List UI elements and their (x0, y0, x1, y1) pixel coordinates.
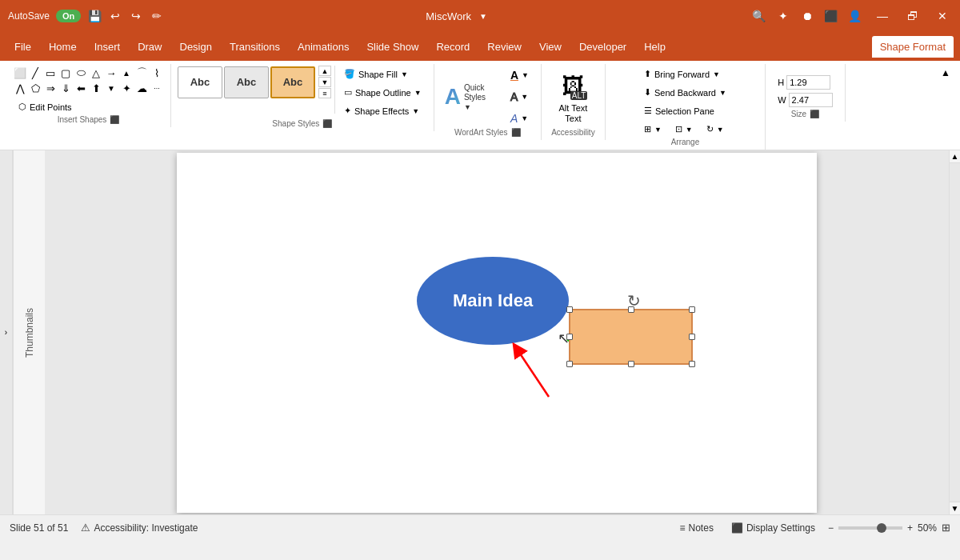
handle-bm[interactable] (628, 361, 634, 367)
quick-styles-arrow[interactable]: ▼ (464, 103, 496, 111)
restore-button[interactable]: 🗗 (902, 8, 923, 24)
autosave-toggle[interactable]: On (56, 10, 81, 22)
text-fill-arrow[interactable]: ▼ (522, 71, 529, 79)
shape-arrow2[interactable]: ⇒ (43, 81, 58, 95)
text-outline-button[interactable]: A ▼ (505, 87, 534, 106)
menu-file[interactable]: File (6, 36, 39, 58)
scroll-down-btn[interactable]: ▼ (950, 502, 960, 514)
menu-shapeformat[interactable]: Shape Format (872, 36, 954, 58)
shape-effects-button[interactable]: ✦ Shape Effects ▼ (338, 102, 427, 119)
menu-help[interactable]: Help (636, 36, 674, 58)
text-effects-button[interactable]: A ▼ (505, 109, 534, 128)
minimize-button[interactable]: — (872, 8, 893, 24)
width-field[interactable] (789, 93, 833, 107)
group-button[interactable]: ⊡ ▼ (670, 121, 698, 138)
menu-transitions[interactable]: Transitions (222, 36, 288, 58)
text-fill-button[interactable]: A ▼ (505, 66, 534, 85)
style-scroll-up[interactable]: ▲ (318, 66, 331, 76)
shape-connector[interactable]: ⌇ (150, 66, 164, 80)
size-expand[interactable]: ⬛ (810, 110, 819, 118)
handle-br[interactable] (689, 361, 695, 367)
shape-line[interactable]: ╱ (28, 66, 42, 80)
shape-rtarrow[interactable]: → (104, 66, 118, 80)
redo-icon[interactable]: ↪ (129, 9, 143, 23)
wordart-expand[interactable]: ⬛ (511, 128, 521, 137)
scroll-track[interactable] (950, 163, 960, 502)
shape-darrow[interactable]: ⇓ (58, 81, 73, 95)
handle-tr[interactable] (689, 306, 695, 313)
slide-area[interactable]: Main Idea ↻ (45, 150, 949, 514)
insert-shapes-expand[interactable]: ⬛ (110, 115, 119, 124)
text-outline-arrow[interactable]: ▼ (521, 93, 528, 101)
shape-roundrect[interactable]: ▢ (58, 66, 73, 80)
edit-points-button[interactable]: ⬡ Edit Points (13, 98, 78, 115)
shape-outline-button[interactable]: ▭ Shape Outline ▼ (338, 84, 427, 101)
shape-fill-arrow[interactable]: ▼ (401, 70, 408, 78)
menu-home[interactable]: Home (41, 36, 85, 58)
menu-animations[interactable]: Animations (290, 36, 357, 58)
save-icon[interactable]: 💾 (87, 9, 102, 23)
handle-tl[interactable] (566, 306, 573, 313)
right-scrollbar[interactable]: ▲ ▼ (949, 150, 960, 514)
menu-record[interactable]: Record (428, 36, 478, 58)
rotate-arrow[interactable]: ▼ (717, 126, 724, 134)
shape-pentagon[interactable]: ⬠ (28, 81, 42, 95)
shape-more[interactable]: ··· (150, 81, 164, 95)
undo-icon[interactable]: ↩ (108, 9, 122, 23)
zoom-out-btn[interactable]: − (828, 522, 834, 534)
slide[interactable]: Main Idea ↻ (177, 153, 817, 513)
shape-scroll-dn[interactable]: ▼ (104, 81, 118, 95)
style-sample-1[interactable]: Abc (178, 66, 222, 98)
bring-forward-arrow[interactable]: ▼ (713, 70, 720, 78)
align-button[interactable]: ⊞ ▼ (638, 121, 667, 138)
shape-fill-button[interactable]: 🪣 Shape Fill ▼ (338, 66, 427, 82)
menu-slideshow[interactable]: Slide Show (358, 36, 426, 58)
copilot-icon[interactable]: ✦ (776, 9, 790, 23)
display-settings-button[interactable]: ⬛ Display Settings (726, 521, 820, 535)
slide-rect[interactable] (569, 309, 693, 365)
quick-styles-button[interactable]: A Quick Styles ▼ (441, 79, 500, 115)
scroll-up-btn[interactable]: ▲ (950, 150, 960, 163)
rotate-handle[interactable]: ↻ (627, 291, 641, 310)
collapse-ribbon[interactable]: ▲ (938, 64, 954, 82)
dropdown-icon[interactable]: ▼ (476, 9, 490, 23)
text-effects-arrow[interactable]: ▼ (521, 114, 528, 122)
rotate-button[interactable]: ↻ ▼ (701, 121, 730, 138)
send-backward-arrow[interactable]: ▼ (719, 89, 726, 97)
shape-curve[interactable]: ⌒ (134, 66, 149, 80)
menu-insert[interactable]: Insert (86, 36, 129, 58)
style-sample-3[interactable]: Abc (270, 66, 315, 98)
menu-review[interactable]: Review (479, 36, 530, 58)
shape-styles-expand[interactable]: ⬛ (322, 119, 332, 128)
user-icon[interactable]: 👤 (848, 9, 862, 23)
zoom-thumb[interactable] (877, 523, 886, 533)
zoom-slider[interactable] (838, 526, 902, 530)
shape-effects-arrow[interactable]: ▼ (412, 107, 419, 115)
search-icon[interactable]: 🔍 (752, 9, 766, 23)
shape-uarrow[interactable]: ⬆ (89, 81, 103, 95)
selection-pane-button[interactable]: ☰ Selection Pane (638, 102, 720, 119)
align-arrow[interactable]: ▼ (654, 126, 662, 134)
expand-icon[interactable]: ⬛ (824, 9, 838, 23)
group-arrow[interactable]: ▼ (686, 126, 693, 134)
menu-developer[interactable]: Developer (571, 36, 634, 58)
height-field[interactable] (786, 75, 830, 90)
shape-oval[interactable]: ⬭ (74, 66, 88, 80)
bring-forward-button[interactable]: ⬆ Bring Forward ▼ (638, 66, 726, 82)
handle-mr[interactable] (689, 334, 695, 340)
shape-triangle[interactable]: △ (89, 66, 103, 80)
shape-scroll-up[interactable]: ▲ (119, 66, 134, 80)
style-sample-2[interactable]: Abc (224, 66, 269, 98)
shape-rect[interactable]: ▭ (43, 66, 58, 80)
shape-outline-arrow[interactable]: ▼ (414, 89, 422, 97)
menu-draw[interactable]: Draw (130, 36, 170, 58)
menu-design[interactable]: Design (172, 36, 220, 58)
shape-cloud[interactable]: ☁ (134, 81, 149, 95)
panel-toggle[interactable]: › (0, 150, 13, 514)
shape-star[interactable]: ✦ (119, 81, 134, 95)
fit-btn[interactable]: ⊞ (942, 522, 950, 534)
style-scroll-more[interactable]: ≡ (318, 88, 331, 98)
shape-textbox[interactable]: ⬜ (13, 66, 27, 80)
record-icon[interactable]: ⏺ (800, 9, 814, 23)
shape-chevron[interactable]: ⋀ (13, 81, 27, 95)
